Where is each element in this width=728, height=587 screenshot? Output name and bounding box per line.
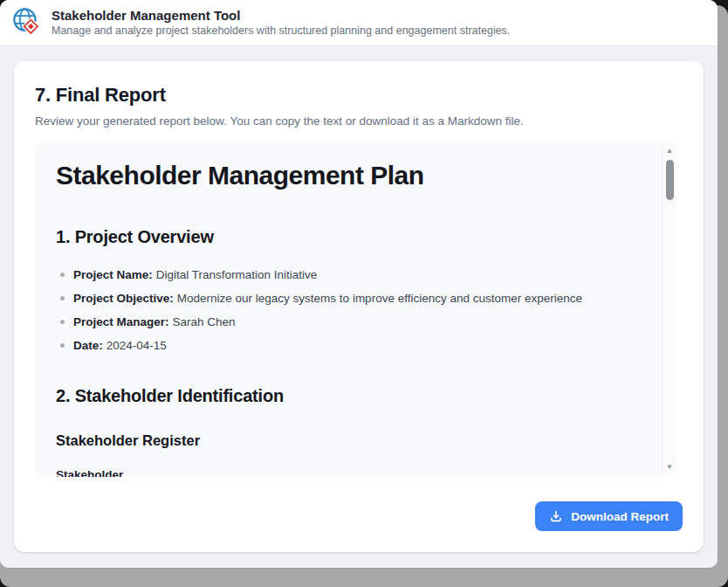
download-report-button[interactable]: Download Report: [535, 501, 683, 531]
card-footer: Download Report: [535, 501, 683, 531]
report-heading-stakeholder-identification: 2. Stakeholder Identification: [56, 386, 656, 406]
app-subtitle: Manage and analyze project stakeholders …: [52, 24, 510, 38]
final-report-card: 7. Final Report Review your generated re…: [14, 61, 704, 552]
item-value: 2024-04-15: [103, 339, 167, 352]
project-overview-list: Project Name:Digital Transformation Init…: [56, 266, 656, 355]
scrollbar-thumb[interactable]: [666, 160, 674, 200]
list-item: Project Objective:Modernize our legacy s…: [73, 290, 656, 307]
report-clipped-text: Stakeholder: [56, 468, 656, 477]
section-title: 7. Final Report: [35, 84, 683, 107]
list-item: Date:2024-04-15: [73, 337, 656, 355]
section-description: Review your generated report below. You …: [35, 114, 683, 128]
report-title: Stakeholder Management Plan: [56, 161, 656, 190]
item-value: Digital Transformation Initiative: [153, 268, 318, 281]
report-heading-project-overview: 1. Project Overview: [56, 227, 656, 247]
item-label: Project Objective:: [73, 292, 174, 305]
item-label: Project Name:: [73, 268, 153, 281]
list-item: Project Manager:Sarah Chen: [73, 314, 656, 331]
page-body: 7. Final Report Review your generated re…: [0, 46, 718, 568]
item-label: Date:: [73, 339, 103, 352]
item-value: Modernize our legacy systems to improve …: [174, 292, 582, 305]
report-preview[interactable]: Stakeholder Management Plan 1. Project O…: [35, 142, 676, 477]
download-button-label: Download Report: [571, 510, 669, 523]
item-value: Sarah Chen: [169, 315, 236, 328]
report-scrollbar[interactable]: ▲ ▼: [662, 142, 676, 477]
app-logo-globe-icon: [10, 6, 44, 39]
item-label: Project Manager:: [73, 315, 169, 328]
report-content: Stakeholder Management Plan 1. Project O…: [35, 142, 676, 477]
app-title: Stakeholder Management Tool: [52, 8, 510, 24]
app-header: Stakeholder Management Tool Manage and a…: [0, 0, 718, 46]
header-text-block: Stakeholder Management Tool Manage and a…: [52, 8, 510, 38]
scroll-up-arrow-icon[interactable]: ▲: [666, 148, 673, 155]
report-subheading-stakeholder-register: Stakeholder Register: [56, 432, 656, 449]
app-window: Stakeholder Management Tool Manage and a…: [0, 0, 718, 568]
list-item: Project Name:Digital Transformation Init…: [73, 266, 656, 284]
scroll-down-arrow-icon[interactable]: ▼: [666, 464, 673, 471]
download-icon: [549, 509, 563, 523]
